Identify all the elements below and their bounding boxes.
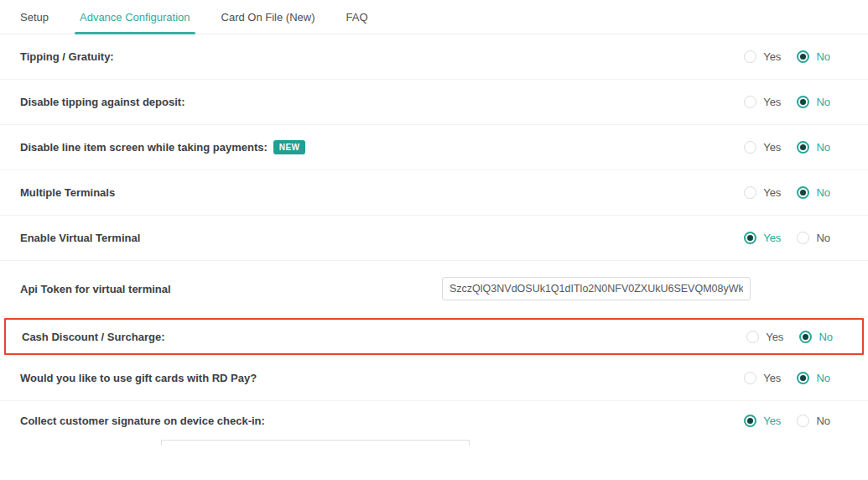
radio-no-circle-icon[interactable] bbox=[797, 372, 809, 384]
radio-yes-circle-icon[interactable] bbox=[744, 372, 756, 384]
setting-row-disable-tipping-deposit: Disable tipping against deposit: Yes No bbox=[0, 80, 868, 125]
radio-yes[interactable]: Yes bbox=[744, 50, 781, 63]
yes-no-radio-group: Yes No bbox=[746, 331, 833, 343]
setting-row-gift-cards-rd-pay: Would you like to use gift cards with RD… bbox=[0, 356, 868, 401]
radio-no-circle-icon[interactable] bbox=[799, 331, 812, 343]
setting-row-cash-discount-surcharge: Cash Discount / Surcharge: Yes No bbox=[4, 318, 864, 355]
yes-no-radio-group: Yes No bbox=[744, 50, 830, 63]
radio-yes-label: Yes bbox=[763, 372, 781, 384]
radio-no-circle-icon[interactable] bbox=[797, 415, 809, 427]
radio-no-label: No bbox=[816, 186, 830, 199]
setting-label: Api Token for virtual terminal bbox=[20, 283, 171, 295]
radio-yes-label: Yes bbox=[763, 232, 781, 244]
setting-label-text: Disable line item screen while taking pa… bbox=[20, 141, 268, 154]
radio-yes-circle-icon[interactable] bbox=[746, 331, 759, 343]
setting-row-tipping-gratuity: Tipping / Gratuity: Yes No bbox=[0, 34, 868, 80]
tab-card-on-file-new[interactable]: Card On File (New) bbox=[221, 3, 315, 34]
radio-no[interactable]: No bbox=[797, 50, 830, 63]
radio-no-circle-icon[interactable] bbox=[797, 50, 809, 63]
setting-label-text: Cash Discount / Surcharge: bbox=[22, 331, 164, 343]
setting-row-collect-signature-checkin: Collect customer signature on device che… bbox=[0, 401, 868, 440]
tab-setup[interactable]: Setup bbox=[20, 3, 49, 34]
radio-no-label: No bbox=[816, 232, 830, 244]
radio-yes[interactable]: Yes bbox=[744, 372, 781, 384]
radio-yes-circle-icon[interactable] bbox=[744, 50, 756, 63]
radio-yes-circle-icon[interactable] bbox=[744, 186, 756, 199]
radio-no-circle-icon[interactable] bbox=[797, 232, 809, 244]
settings-list: Tipping / Gratuity: Yes No Disable tippi… bbox=[0, 34, 868, 446]
radio-no-label: No bbox=[816, 415, 830, 427]
setting-label-text: Would you like to use gift cards with RD… bbox=[20, 372, 257, 384]
setting-label: Cash Discount / Surcharge: bbox=[22, 331, 164, 343]
truncated-input-box[interactable] bbox=[161, 440, 470, 446]
radio-no[interactable]: No bbox=[797, 372, 830, 384]
radio-yes-label: Yes bbox=[763, 186, 781, 199]
setting-label-text: Multiple Terminals bbox=[20, 186, 115, 199]
radio-no-circle-icon[interactable] bbox=[797, 141, 809, 154]
setting-label: Disable line item screen while taking pa… bbox=[20, 140, 305, 154]
radio-no-circle-icon[interactable] bbox=[797, 186, 809, 199]
advance-configuration-page: Setup Advance Configuration Card On File… bbox=[0, 0, 868, 480]
setting-label: Would you like to use gift cards with RD… bbox=[20, 372, 257, 384]
radio-yes-label: Yes bbox=[763, 50, 781, 63]
setting-label-text: Api Token for virtual terminal bbox=[20, 283, 171, 295]
setting-label: Enable Virtual Terminal bbox=[20, 232, 140, 244]
radio-yes-label: Yes bbox=[766, 331, 783, 343]
setting-label: Disable tipping against deposit: bbox=[20, 96, 185, 108]
radio-yes-circle-icon[interactable] bbox=[744, 232, 756, 244]
radio-no-label: No bbox=[816, 50, 830, 63]
setting-label: Collect customer signature on device che… bbox=[20, 415, 265, 427]
setting-row-enable-virtual-terminal: Enable Virtual Terminal Yes No bbox=[0, 216, 868, 261]
radio-no-label: No bbox=[816, 141, 830, 154]
radio-yes-circle-icon[interactable] bbox=[744, 415, 756, 427]
setting-row-disable-line-item-screen: Disable line item screen while taking pa… bbox=[0, 125, 868, 170]
radio-no-label: No bbox=[819, 331, 833, 343]
radio-yes[interactable]: Yes bbox=[744, 141, 781, 154]
radio-yes-circle-icon[interactable] bbox=[744, 96, 756, 108]
setting-label: Multiple Terminals bbox=[20, 186, 115, 199]
radio-no[interactable]: No bbox=[797, 96, 830, 108]
radio-yes[interactable]: Yes bbox=[744, 415, 781, 427]
setting-label-text: Tipping / Gratuity: bbox=[20, 50, 114, 63]
radio-yes[interactable]: Yes bbox=[744, 232, 781, 244]
tab-bar: Setup Advance Configuration Card On File… bbox=[0, 0, 868, 34]
radio-yes[interactable]: Yes bbox=[746, 331, 783, 343]
radio-yes[interactable]: Yes bbox=[744, 186, 781, 199]
yes-no-radio-group: Yes No bbox=[744, 232, 830, 244]
new-badge: NEW bbox=[273, 140, 306, 154]
radio-no[interactable]: No bbox=[797, 415, 830, 427]
setting-label-text: Collect customer signature on device che… bbox=[20, 415, 265, 427]
tab-faq[interactable]: FAQ bbox=[346, 3, 367, 34]
radio-no[interactable]: No bbox=[799, 331, 833, 343]
setting-label-text: Disable tipping against deposit: bbox=[20, 96, 185, 108]
yes-no-radio-group: Yes No bbox=[744, 372, 830, 384]
yes-no-radio-group: Yes No bbox=[744, 186, 830, 199]
radio-yes-label: Yes bbox=[763, 415, 781, 427]
radio-no-label: No bbox=[816, 372, 830, 384]
setting-label-text: Enable Virtual Terminal bbox=[20, 232, 140, 244]
yes-no-radio-group: Yes No bbox=[744, 141, 830, 154]
radio-yes-circle-icon[interactable] bbox=[744, 141, 756, 154]
radio-yes[interactable]: Yes bbox=[744, 96, 781, 108]
yes-no-radio-group: Yes No bbox=[744, 415, 830, 427]
setting-label: Tipping / Gratuity: bbox=[20, 50, 114, 63]
radio-no[interactable]: No bbox=[797, 186, 830, 199]
radio-no[interactable]: No bbox=[797, 141, 830, 154]
radio-no-circle-icon[interactable] bbox=[797, 96, 809, 108]
radio-no[interactable]: No bbox=[797, 232, 830, 244]
radio-no-label: No bbox=[816, 96, 830, 108]
setting-row-api-token: Api Token for virtual terminal bbox=[0, 261, 868, 317]
setting-row-multiple-terminals: Multiple Terminals Yes No bbox=[0, 170, 868, 216]
api-token-input[interactable] bbox=[442, 277, 751, 300]
yes-no-radio-group: Yes No bbox=[744, 96, 830, 108]
radio-yes-label: Yes bbox=[763, 141, 781, 154]
tab-advance-configuration[interactable]: Advance Configuration bbox=[80, 3, 190, 34]
radio-yes-label: Yes bbox=[763, 96, 781, 108]
